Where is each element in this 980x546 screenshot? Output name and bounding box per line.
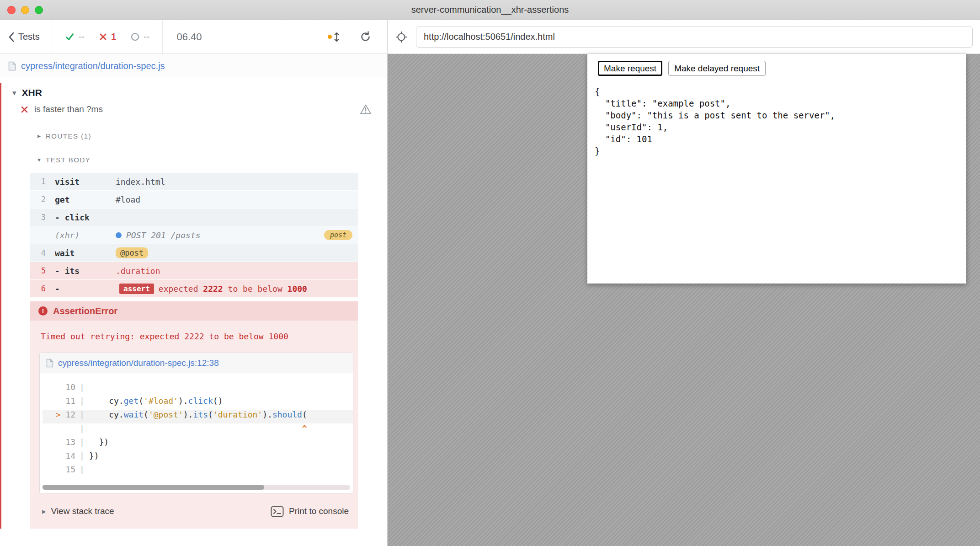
command-method: - its [55,266,116,276]
zoom-button[interactable] [35,6,43,14]
window-title: server-communication__xhr-assertions [411,5,569,15]
test-row[interactable]: is faster than ?ms [1,100,387,119]
passed-stat: -- [65,32,85,42]
command-method: - [55,284,116,294]
check-icon [65,32,75,42]
command-number: 4 [30,248,46,257]
failed-stat: 1 [99,32,116,42]
response-line: { [595,86,959,97]
caret-right-icon: ▸ [37,133,41,139]
make-request-button[interactable]: Make request [598,61,662,76]
minimize-button[interactable] [21,6,29,14]
test-title: is faster than ?ms [34,104,103,114]
x-icon [99,33,107,41]
code-line: | ^ [43,423,353,437]
response-line: } [595,145,959,157]
aut-page: Make request Make delayed request { "tit… [587,54,966,284]
code-line: 14|}) [43,451,353,465]
traffic-lights [7,6,43,14]
assert-badge: assert [119,284,154,294]
test-failed-x-icon [21,106,28,113]
command-number: 2 [30,195,46,204]
pending-circle-icon [131,32,139,41]
error-name: AssertionError [53,306,117,316]
command-row[interactable]: (xhr)POST 201 /postspost [30,226,358,244]
suite-title: XHR [22,87,42,98]
make-delayed-request-button[interactable]: Make delayed request [668,61,766,76]
chevron-left-icon [8,32,14,42]
code-scrollbar-thumb[interactable] [43,485,264,490]
command-row[interactable]: 3- click [30,209,358,226]
xhr-dot-icon [116,232,122,238]
command-method: - click [55,213,116,222]
command-message: expected 2222 to be below 1000 [159,284,307,294]
error-footer: ▸ View stack trace Print to console [30,503,358,520]
terminal-icon [271,506,284,517]
back-label: Tests [18,32,40,42]
route-alias-ref: @post [116,247,148,258]
command-row[interactable]: 2get#load [30,191,358,209]
selector-playground-button[interactable] [395,31,408,43]
response-line: "id": 101 [595,133,959,145]
test-duration: 06.40 [163,31,215,43]
test-body-section-toggle[interactable]: ▾ TEST BODY [1,153,387,166]
command-number: 1 [30,177,46,186]
reporter-toolbar: Tests -- 1 -- 06.4 [0,20,388,54]
toolbar-divider [216,20,216,54]
pending-stat: -- [131,32,149,42]
error-message: Timed out retrying: expected 2222 to be … [41,332,350,341]
view-stack-trace-label: View stack trace [51,506,114,516]
spec-file-link[interactable]: cypress/integration/duration-spec.js [21,61,165,71]
response-line: "userId": 1, [595,121,959,133]
code-line: 11| cy.get('#load').click() [43,396,353,410]
command-log: 1visitindex.html2get#load3- click(xhr)PO… [30,173,358,298]
code-frame-header: cypress/integration/duration-spec.js:12:… [40,353,353,373]
code-frame-body: 10|11| cy.get('#load').click()> 12| cy.w… [40,373,353,478]
command-method: (xhr) [55,230,116,240]
file-icon [46,359,53,368]
url-input[interactable] [416,27,973,48]
titlebar: server-communication__xhr-assertions [0,0,980,20]
suite-header[interactable]: ▾ XHR [1,83,387,100]
command-row[interactable]: 5- its.duration [30,262,358,280]
caret-down-icon: ▾ [37,156,41,163]
passed-count: -- [79,32,85,42]
command-number: 5 [30,266,46,275]
auto-scroll-toggle[interactable] [328,32,340,43]
crosshair-icon [395,31,408,43]
command-message: index.html [116,177,165,187]
command-row[interactable]: 1visitindex.html [30,173,358,191]
print-console-button[interactable]: Print to console [271,506,349,517]
close-button[interactable] [7,6,16,14]
back-to-tests-button[interactable]: Tests [0,32,52,42]
failed-runnable: ▾ XHR is faster than ?ms ▸ ROUTES (1) ▾ … [0,83,387,529]
pending-count: -- [144,32,149,42]
command-method: get [55,195,116,204]
print-console-label: Print to console [289,506,349,516]
routes-section-label: ROUTES (1) [46,132,91,140]
spec-header: cypress/integration/duration-spec.js [0,54,387,78]
browser-toolbar [388,20,980,54]
response-line: "body": "this is a post sent to the serv… [595,109,959,121]
command-message: #load [116,195,140,204]
code-scrollbar[interactable] [43,485,350,490]
warning-icon [360,104,372,115]
failed-count: 1 [111,32,116,42]
code-line: 10| [43,382,353,396]
aut-response: { "title": "example post", "body": "this… [595,86,959,157]
command-number: 3 [30,213,46,222]
auto-scroll-dot-icon [328,35,332,39]
command-row[interactable]: 6-assertexpected 2222 to be below 1000 [30,280,358,298]
command-row[interactable]: 4wait@post [30,244,358,262]
refresh-icon [359,31,372,43]
aut-buttons: Make request Make delayed request [598,61,959,76]
restart-tests-button[interactable] [359,31,372,43]
error-frame-link[interactable]: cypress/integration/duration-spec.js:12:… [58,358,219,368]
code-line: 15| [43,465,353,478]
command-method: visit [55,177,116,187]
routes-section-toggle[interactable]: ▸ ROUTES (1) [1,129,387,143]
view-stack-trace-toggle[interactable]: ▸ View stack trace [42,506,114,516]
command-message: @post [116,247,148,258]
route-alias-badge: post [324,230,352,240]
xhr-message-text: POST 201 /posts [126,230,201,240]
